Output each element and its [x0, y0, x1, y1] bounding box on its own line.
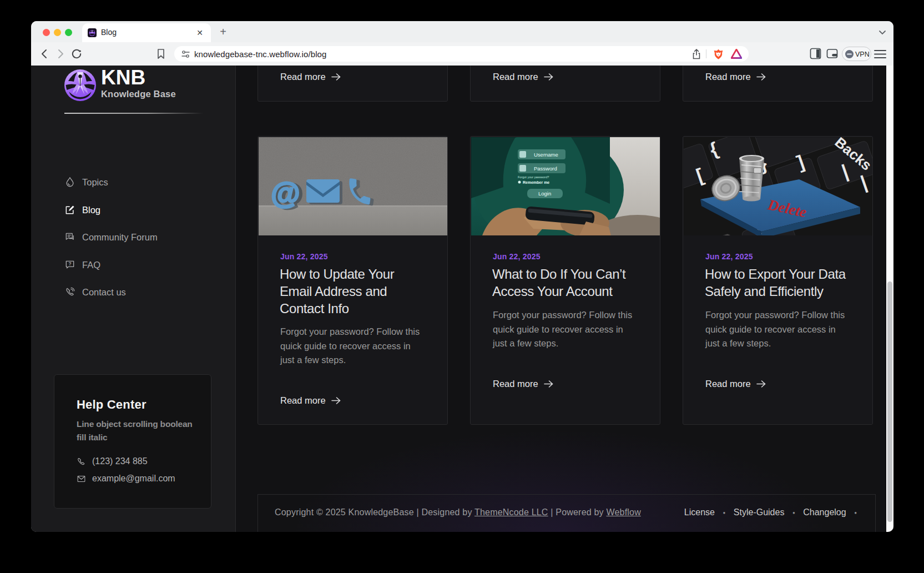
svg-text:@: @	[271, 176, 300, 209]
svg-text:Login: Login	[538, 190, 551, 197]
svg-text:Forgot your password?: Forgot your password?	[518, 175, 549, 179]
svg-text:Remember me: Remember me	[523, 180, 549, 184]
svg-text:Password: Password	[534, 165, 557, 172]
svg-text:Username: Username	[534, 152, 558, 158]
svg-text:?: ?	[69, 261, 72, 267]
